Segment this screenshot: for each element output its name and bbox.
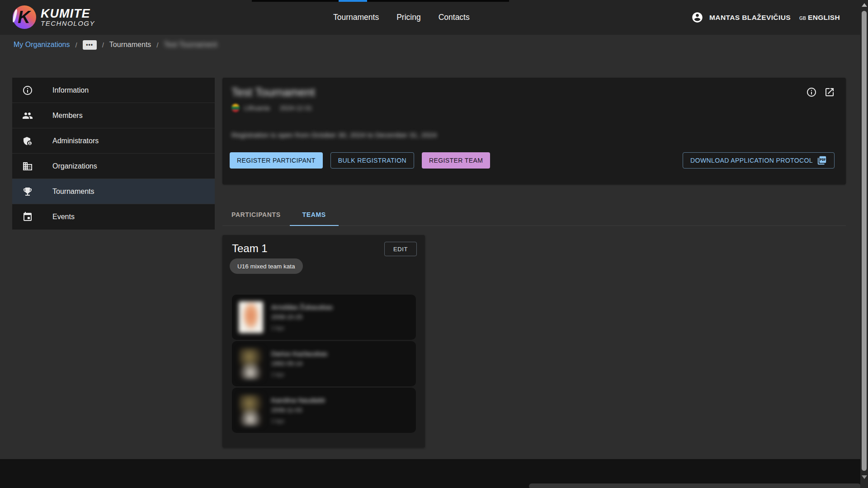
action-buttons: REGISTER PARTICIPANT BULK REGISTRATION R… — [230, 152, 490, 169]
sidebar-label: Administrators — [52, 137, 99, 145]
breadcrumb-ellipsis-button[interactable]: ••• — [83, 40, 97, 50]
breadcrumb-separator: / — [102, 41, 104, 49]
member-meta-blurred: 1 kyu — [271, 325, 333, 331]
team-card: Team 1 EDIT U16 mixed team kata Arnoldas… — [222, 235, 425, 447]
scrollbar-up-arrow[interactable] — [862, 3, 867, 7]
language-selector[interactable]: GB ENGLISH — [799, 14, 840, 22]
active-tab-indicator — [290, 225, 339, 226]
sidebar-label: Members — [52, 112, 83, 120]
horizontal-scrollbar-thumb[interactable] — [529, 483, 861, 488]
team-category-chip: U16 mixed team kata — [230, 258, 303, 274]
member-photo-blurred — [239, 348, 263, 380]
team-member-row[interactable]: Arnoldas Žukauskas 2008-10-25 1 kyu — [232, 295, 416, 340]
logo-monogram: K — [18, 8, 30, 27]
app-root: K KUMITE TECHNOLOGY Tournaments Pricing … — [0, 0, 868, 488]
breadcrumb-current-blurred: Test Tournament — [164, 41, 217, 49]
trophy-icon — [22, 186, 33, 197]
vertical-scrollbar-thumb[interactable] — [862, 11, 867, 471]
sidebar-item-members[interactable]: Members — [12, 103, 215, 128]
sidebar-label: Tournaments — [52, 188, 94, 196]
calendar-icon — [22, 211, 33, 222]
member-birthdate-blurred: 2006-11-03 — [271, 407, 325, 413]
sidebar-item-information[interactable]: Information — [12, 78, 215, 103]
sidebar-label: Events — [52, 213, 75, 221]
language-label: ENGLISH — [808, 14, 840, 22]
open-in-new-button[interactable] — [824, 87, 835, 98]
member-info: Arnoldas Žukauskas 2008-10-25 1 kyu — [271, 303, 333, 331]
team-member-row[interactable]: Karolina Naudaitė 2006-11-03 1 kyu — [232, 388, 416, 433]
register-participant-button[interactable]: REGISTER PARTICIPANT — [230, 152, 323, 169]
sidebar-item-tournaments[interactable]: Tournaments — [12, 179, 215, 204]
tournament-header-panel: Test Tournament Lithuania 2024-12-31 Reg… — [222, 78, 846, 184]
participants-teams-tabs: PARTICIPANTS TEAMS — [222, 203, 846, 226]
lithuania-flag-icon — [231, 104, 240, 112]
tournament-title-blurred: Test Tournament — [231, 86, 315, 99]
admin-shield-icon — [22, 136, 33, 146]
sidebar-label: Information — [52, 86, 89, 94]
member-meta-blurred: 1 kyu — [271, 371, 327, 378]
member-photo-blurred — [239, 301, 263, 333]
register-team-button[interactable]: REGISTER TEAM — [422, 152, 490, 169]
open-in-new-icon — [824, 87, 835, 98]
tournament-country-blurred: Lithuania — [244, 104, 270, 112]
panel-header-icons — [806, 87, 835, 98]
logo-mark-icon: K — [13, 5, 36, 29]
breadcrumb: My Organizations / ••• / Tournaments / T… — [14, 35, 217, 55]
member-name-blurred: Arnoldas Žukauskas — [271, 303, 333, 311]
registration-note-blurred: Registration is open from October 30, 20… — [231, 131, 437, 139]
breadcrumb-separator: / — [75, 41, 77, 49]
tab-participants[interactable]: PARTICIPANTS — [222, 203, 290, 225]
people-icon — [22, 110, 33, 121]
pdf-icon — [817, 155, 827, 165]
tab-teams[interactable]: TEAMS — [290, 203, 339, 225]
nav-link-contacts[interactable]: Contacts — [439, 13, 470, 22]
sidebar-label: Organizations — [52, 162, 97, 170]
brand-logo[interactable]: K KUMITE TECHNOLOGY — [13, 5, 95, 29]
account-circle-icon[interactable] — [691, 11, 703, 23]
sidebar-item-organizations[interactable]: Organizations — [12, 154, 215, 179]
info-icon — [806, 87, 817, 98]
tournament-date-blurred: 2024-12-31 — [280, 104, 312, 112]
edit-team-button[interactable]: EDIT — [384, 242, 417, 256]
member-info: Darius Kazlauskas 1992-05-14 1 kyu — [271, 350, 327, 378]
sidebar-item-administrators[interactable]: Administrators — [12, 128, 215, 154]
info-icon — [22, 85, 33, 96]
building-icon — [22, 161, 33, 172]
nav-link-tournaments[interactable]: Tournaments — [333, 13, 379, 22]
breadcrumb-tournaments[interactable]: Tournaments — [109, 41, 151, 49]
member-photo-blurred — [239, 394, 263, 426]
vertical-scrollbar — [860, 0, 868, 488]
download-protocol-label: DOWNLOAD APPLICATION PROTOCOL — [690, 157, 813, 164]
tab-teams-label: TEAMS — [302, 211, 326, 218]
user-menu[interactable]: MANTAS BLAŽEVIČIUS — [709, 14, 791, 22]
sidebar-menu: Information Members Administrators Organ… — [12, 78, 215, 230]
tournament-meta: Lithuania 2024-12-31 — [231, 104, 312, 112]
brand-subtitle: TECHNOLOGY — [41, 19, 95, 27]
member-name-blurred: Darius Kazlauskas — [271, 350, 327, 357]
sidebar-item-events[interactable]: Events — [12, 204, 215, 230]
member-info: Karolina Naudaitė 2006-11-03 1 kyu — [271, 396, 325, 424]
bulk-registration-button[interactable]: BULK REGISTRATION — [330, 152, 414, 169]
logo-text: KUMITE TECHNOLOGY — [41, 8, 95, 27]
scrollbar-down-arrow[interactable] — [862, 475, 867, 479]
tab-participants-label: PARTICIPANTS — [231, 211, 281, 218]
brand-name: KUMITE — [41, 8, 95, 19]
download-application-protocol-button[interactable]: DOWNLOAD APPLICATION PROTOCOL — [683, 152, 835, 169]
member-birthdate-blurred: 1992-05-14 — [271, 360, 327, 367]
breadcrumb-separator: / — [156, 41, 158, 49]
team-member-list: Arnoldas Žukauskas 2008-10-25 1 kyu Dari… — [232, 295, 416, 434]
member-meta-blurred: 1 kyu — [271, 418, 325, 424]
navbar: K KUMITE TECHNOLOGY Tournaments Pricing … — [0, 0, 868, 35]
team-member-row[interactable]: Darius Kazlauskas 1992-05-14 1 kyu — [232, 341, 416, 386]
member-birthdate-blurred: 2008-10-25 — [271, 314, 333, 320]
language-code: GB — [799, 16, 806, 21]
info-icon-button[interactable] — [806, 87, 817, 98]
team-name: Team 1 — [232, 242, 268, 255]
nav-link-pricing[interactable]: Pricing — [396, 13, 421, 22]
breadcrumb-my-organizations[interactable]: My Organizations — [14, 41, 70, 49]
navbar-right: MANTAS BLAŽEVIČIUS GB ENGLISH — [691, 0, 840, 35]
main-nav: Tournaments Pricing Contacts — [333, 0, 470, 35]
member-name-blurred: Karolina Naudaitė — [271, 396, 325, 404]
